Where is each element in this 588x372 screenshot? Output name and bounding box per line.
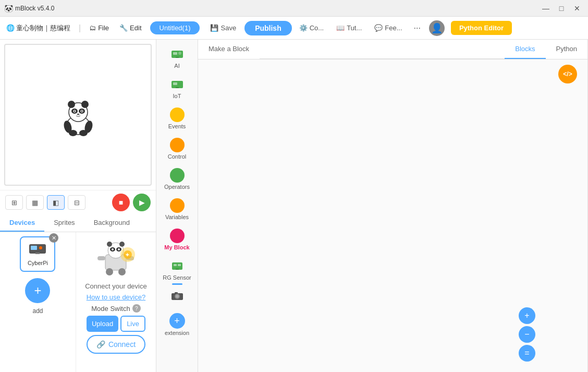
palette-operators[interactable]: Operators <box>159 165 195 193</box>
edit-label: Edit <box>130 24 141 32</box>
cursor-indicator <box>172 283 182 285</box>
device-cyberpi[interactable]: ✕ CyberPi <box>20 236 55 272</box>
fee-label: Fee... <box>385 24 402 32</box>
ai-icon <box>170 47 185 62</box>
avatar[interactable]: 👤 <box>429 20 445 36</box>
svg-rect-27 <box>97 256 105 260</box>
svg-rect-42 <box>174 264 177 266</box>
python-label: Python <box>556 45 577 53</box>
tab-blocks[interactable]: Blocks <box>505 40 545 59</box>
palette-events[interactable]: Events <box>159 104 195 133</box>
mode-switch-row: Mode Switch ? <box>91 304 140 313</box>
svg-point-10 <box>77 114 79 115</box>
make-block-label: Make a Block <box>209 45 249 53</box>
close-button[interactable]: ✕ <box>570 3 584 14</box>
link-icon: 🔗 <box>96 340 105 349</box>
save-button[interactable]: 💾 Save <box>204 21 242 34</box>
info-icon[interactable]: ? <box>132 304 141 313</box>
variables-dot <box>170 198 185 213</box>
live-button[interactable]: Live <box>120 316 145 332</box>
device-illustration: ✦ <box>90 237 142 279</box>
svg-point-26 <box>119 242 125 247</box>
palette-iot[interactable]: IoT <box>159 74 195 102</box>
window-controls: — □ ✕ <box>539 3 584 14</box>
tab-background[interactable]: Background <box>84 214 139 232</box>
add-device-button[interactable]: + <box>25 278 50 303</box>
more-button[interactable]: ··· <box>410 21 425 35</box>
publish-button[interactable]: Publish <box>244 21 292 35</box>
fee-button[interactable]: 💬 Fee... <box>369 21 407 34</box>
layout-btn-4[interactable]: ⊟ <box>68 195 85 210</box>
iot-icon <box>170 77 185 92</box>
zoom-out-button[interactable]: − <box>519 326 535 343</box>
device-connect-area: ✦ Connect your device How to use device?… <box>76 232 156 372</box>
stop-icon: ■ <box>119 198 123 207</box>
svg-point-47 <box>176 295 179 298</box>
co-button[interactable]: ⚙️ Co... <box>294 21 329 34</box>
palette-rgsensor[interactable]: RG Sensor <box>159 256 195 284</box>
svg-point-13 <box>69 130 77 136</box>
tabs-bar: Devices Sprites Background <box>0 214 156 232</box>
mode-switch-label: Mode Switch <box>91 305 130 313</box>
palette-extension[interactable]: + extension <box>159 310 195 339</box>
layout-btn-3[interactable]: ◧ <box>47 195 65 210</box>
python-editor-button[interactable]: Python Editor <box>451 21 512 35</box>
tut-button[interactable]: 📖 Tut... <box>331 21 367 34</box>
play-icon: ▶ <box>139 198 145 207</box>
layout-btn-2[interactable]: ▦ <box>26 195 44 210</box>
edit-icon: 🔧 <box>119 24 128 32</box>
svg-point-9 <box>81 111 82 112</box>
variables-label: Variables <box>165 214 189 220</box>
control-dot <box>170 138 185 152</box>
divider: | <box>79 23 81 33</box>
zoom-in-button[interactable]: + <box>519 307 535 324</box>
svg-point-24 <box>118 248 120 250</box>
project-name-button[interactable]: Untitled(1) <box>150 21 200 34</box>
save-icon: 💾 <box>210 24 218 32</box>
svg-point-29 <box>106 268 113 275</box>
palette-variables[interactable]: Variables <box>159 195 195 223</box>
tab-devices[interactable]: Devices <box>0 214 44 232</box>
layout-btn-1[interactable]: ⊞ <box>5 195 23 210</box>
palette-control[interactable]: Control <box>159 135 195 163</box>
svg-rect-48 <box>175 292 178 294</box>
blocks-workspace: Make a Block Blocks Python </> + − = <box>198 40 588 372</box>
edit-menu[interactable]: 🔧 Edit <box>115 22 145 34</box>
save-label: Save <box>220 24 236 32</box>
palette-camera[interactable] <box>159 286 195 308</box>
stage-area <box>4 44 152 186</box>
extension-button[interactable]: + <box>169 313 185 329</box>
palette-ai[interactable]: AI <box>159 44 195 72</box>
device-icon <box>28 242 47 259</box>
stop-button[interactable]: ■ <box>112 194 130 211</box>
connect-button[interactable]: 🔗 Connect <box>87 335 145 354</box>
make-block-tab[interactable]: Make a Block <box>198 40 260 59</box>
stage-panel: ⊞ ▦ ◧ ⊟ ■ ▶ Devices Sprites Background ✕ <box>0 40 156 372</box>
svg-point-14 <box>79 130 88 136</box>
add-device-container: + add <box>25 276 50 315</box>
palette-myblock[interactable]: My Block <box>159 225 195 254</box>
zoom-reset-button[interactable]: = <box>519 345 535 362</box>
file-menu[interactable]: 🗂 File <box>85 22 113 34</box>
svg-rect-43 <box>178 264 181 266</box>
device-close-button[interactable]: ✕ <box>49 233 58 243</box>
tab-sprites[interactable]: Sprites <box>44 214 84 232</box>
minimize-button[interactable]: — <box>539 3 553 14</box>
svg-point-25 <box>107 242 112 247</box>
device-name: CyberPi <box>28 260 48 266</box>
zoom-controls: + − = <box>519 307 535 362</box>
app-icon: 🐼 <box>4 4 13 13</box>
menubar: 🌐 童心制物｜慈编程 | 🗂 File 🔧 Edit Untitled(1) 💾… <box>0 17 588 40</box>
main-layout: ⊞ ▦ ◧ ⊟ ■ ▶ Devices Sprites Background ✕ <box>0 40 588 372</box>
operators-label: Operators <box>164 184 190 190</box>
svg-text:✦: ✦ <box>125 252 130 258</box>
file-icon: 🗂 <box>89 24 96 32</box>
play-button[interactable]: ▶ <box>133 194 151 211</box>
code-xml-button[interactable]: </> <box>558 65 577 83</box>
how-to-link[interactable]: How to use device? <box>87 293 145 301</box>
maximize-button[interactable]: □ <box>555 3 568 14</box>
tab-python[interactable]: Python <box>546 40 587 59</box>
svg-point-36 <box>178 52 181 55</box>
myblock-label: My Block <box>164 244 189 250</box>
upload-button[interactable]: Upload <box>87 316 118 332</box>
